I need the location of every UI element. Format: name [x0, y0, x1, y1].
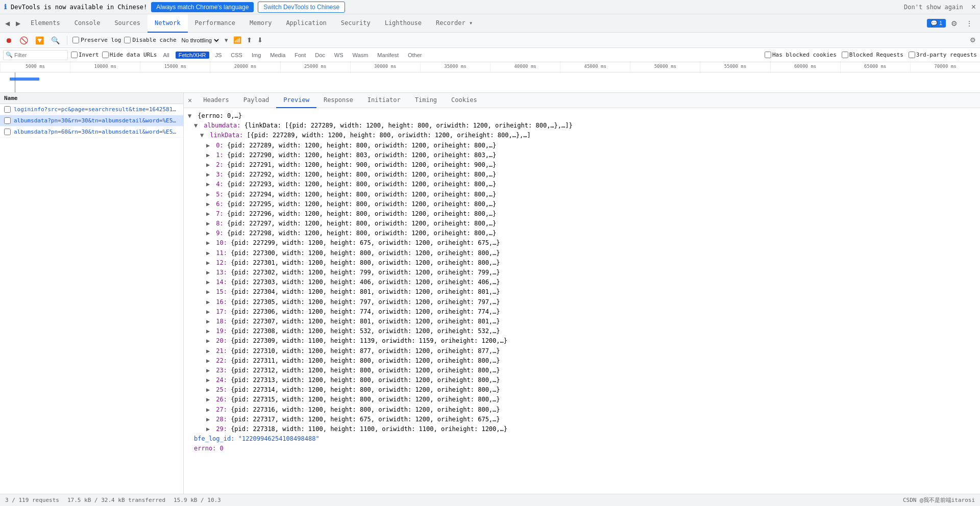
- blocked-reqs-checkbox[interactable]: [842, 52, 848, 58]
- preview-item[interactable]: ▶ 3: {pid: 227292, width: 1200, height: …: [188, 170, 976, 180]
- tab-timing[interactable]: Timing: [408, 93, 444, 108]
- tab-headers[interactable]: Headers: [196, 93, 236, 108]
- throttle-arrow[interactable]: ▾: [224, 35, 229, 45]
- close-notification-button[interactable]: ×: [971, 3, 976, 12]
- request-list-item[interactable]: albumsdata?pn=30&rn=30&tn=albumsdetail&w…: [0, 115, 183, 127]
- filter-manifest-button[interactable]: Manifest: [374, 52, 402, 59]
- preview-item[interactable]: ▶ 29: {pid: 227318, width: 1100, height:…: [188, 424, 976, 434]
- filter-css-button[interactable]: CSS: [228, 52, 246, 59]
- dismiss-text[interactable]: Don't show again: [904, 4, 963, 11]
- item-arrow[interactable]: ▶: [206, 238, 212, 248]
- item-arrow[interactable]: ▶: [206, 317, 212, 326]
- invert-checkbox[interactable]: [71, 52, 78, 58]
- linkdata-arrow[interactable]: ▼: [200, 131, 206, 140]
- wifi-icon[interactable]: 📶: [232, 35, 242, 45]
- more-icon[interactable]: ⋮: [963, 17, 976, 30]
- devtools-back-icon[interactable]: ◀: [2, 18, 13, 29]
- item-arrow[interactable]: ▶: [206, 375, 212, 385]
- clear-button[interactable]: 🚫: [17, 35, 30, 45]
- request-list[interactable]: logininfo?src=pc&page=searchresult&time=…: [0, 104, 183, 494]
- tab-cookies[interactable]: Cookies: [444, 93, 484, 108]
- request-list-item[interactable]: albumsdata?pn=60&rn=30&tn=albumsdetail&w…: [0, 127, 183, 138]
- preview-item[interactable]: ▶ 15: {pid: 227304, width: 1200, height:…: [188, 287, 976, 297]
- item-arrow[interactable]: ▶: [206, 141, 212, 150]
- albumdata-arrow[interactable]: ▼: [194, 121, 200, 131]
- tab-security[interactable]: Security: [334, 14, 378, 33]
- preview-item[interactable]: ▶ 0: {pid: 227289, width: 1200, height: …: [188, 141, 976, 150]
- item-arrow[interactable]: ▶: [206, 150, 212, 160]
- preview-item[interactable]: ▶ 22: {pid: 227311, width: 1200, height:…: [188, 356, 976, 366]
- filter-media-button[interactable]: Media: [267, 52, 288, 59]
- item-arrow[interactable]: ▶: [206, 356, 212, 366]
- item-arrow[interactable]: ▶: [206, 190, 212, 199]
- preview-item[interactable]: ▶ 8: {pid: 227297, width: 1200, height: …: [188, 219, 976, 229]
- preview-item[interactable]: ▶ 23: {pid: 227312, width: 1200, height:…: [188, 366, 976, 375]
- preview-item[interactable]: ▶ 27: {pid: 227316, width: 1200, height:…: [188, 405, 976, 415]
- third-party-checkbox[interactable]: [909, 52, 915, 58]
- preview-item[interactable]: ▶ 5: {pid: 227294, width: 1200, height: …: [188, 190, 976, 199]
- devtools-forward-icon[interactable]: ▶: [13, 18, 23, 29]
- req-checkbox[interactable]: [4, 117, 11, 124]
- tab-network[interactable]: Network: [148, 14, 188, 33]
- search-button[interactable]: 🔍: [49, 35, 62, 45]
- preview-item[interactable]: ▶ 13: {pid: 227302, width: 1200, height:…: [188, 268, 976, 277]
- item-arrow[interactable]: ▶: [206, 268, 212, 277]
- req-checkbox[interactable]: [4, 129, 11, 135]
- preview-item[interactable]: ▶ 14: {pid: 227303, width: 1200, height:…: [188, 277, 976, 287]
- preview-item[interactable]: ▶ 10: {pid: 227299, width: 1200, height:…: [188, 238, 976, 248]
- filter-input[interactable]: [14, 52, 65, 58]
- request-list-item[interactable]: logininfo?src=pc&page=searchresult&time=…: [0, 104, 183, 115]
- filter-fetch-xhr-button[interactable]: Fetch/XHR: [176, 52, 209, 59]
- tab-preview[interactable]: Preview: [276, 93, 316, 108]
- item-arrow[interactable]: ▶: [206, 258, 212, 268]
- tab-console[interactable]: Console: [67, 14, 108, 33]
- filter-font-button[interactable]: Font: [291, 52, 309, 59]
- preview-item[interactable]: ▶ 4: {pid: 227293, width: 1200, height: …: [188, 180, 976, 189]
- preview-item[interactable]: ▶ 11: {pid: 227300, width: 1200, height:…: [188, 248, 976, 258]
- tab-memory[interactable]: Memory: [242, 14, 279, 33]
- preview-item[interactable]: ▶ 2: {pid: 227291, width: 1200, height: …: [188, 160, 976, 170]
- preview-item[interactable]: ▶ 28: {pid: 227317, width: 1200, height:…: [188, 415, 976, 424]
- req-checkbox[interactable]: [4, 106, 11, 113]
- item-arrow[interactable]: ▶: [206, 424, 212, 434]
- item-arrow[interactable]: ▶: [206, 297, 212, 307]
- filter-doc-button[interactable]: Doc: [312, 52, 328, 59]
- item-arrow[interactable]: ▶: [206, 395, 212, 404]
- item-arrow[interactable]: ▶: [206, 405, 212, 415]
- tab-application[interactable]: Application: [279, 14, 333, 33]
- preview-item[interactable]: ▶ 16: {pid: 227305, width: 1200, height:…: [188, 297, 976, 307]
- preview-item[interactable]: ▶ 24: {pid: 227313, width: 1200, height:…: [188, 375, 976, 385]
- filter-img-button[interactable]: Img: [249, 52, 264, 59]
- preview-item[interactable]: ▶ 19: {pid: 227308, width: 1200, height:…: [188, 326, 976, 336]
- switch-devtools-button[interactable]: Switch DevTools to Chinese: [258, 2, 345, 13]
- item-arrow[interactable]: ▶: [206, 326, 212, 336]
- item-arrow[interactable]: ▶: [206, 307, 212, 317]
- preview-item[interactable]: ▶ 6: {pid: 227295, width: 1200, height: …: [188, 199, 976, 209]
- tab-initiator[interactable]: Initiator: [360, 93, 408, 108]
- preview-item[interactable]: ▶ 20: {pid: 227309, width: 1100, height:…: [188, 336, 976, 346]
- filter-ws-button[interactable]: WS: [331, 52, 347, 59]
- preview-item[interactable]: ▶ 12: {pid: 227301, width: 1200, height:…: [188, 258, 976, 268]
- hide-data-urls-checkbox[interactable]: [102, 52, 109, 58]
- item-arrow[interactable]: ▶: [206, 160, 212, 170]
- item-arrow[interactable]: ▶: [206, 219, 212, 229]
- preview-item[interactable]: ▶ 17: {pid: 227306, width: 1200, height:…: [188, 307, 976, 317]
- throttle-select[interactable]: No throttling: [180, 37, 220, 44]
- item-arrow[interactable]: ▶: [206, 248, 212, 258]
- has-blocked-checkbox[interactable]: [765, 52, 771, 58]
- settings-network-icon[interactable]: ⚙: [969, 35, 977, 45]
- tab-payload[interactable]: Payload: [236, 93, 277, 108]
- item-arrow[interactable]: ▶: [206, 287, 212, 297]
- chat-badge-button[interactable]: 💬 1: [927, 19, 946, 28]
- preview-item[interactable]: ▶ 26: {pid: 227315, width: 1200, height:…: [188, 395, 976, 404]
- record-button[interactable]: ⏺: [3, 35, 14, 45]
- preview-item[interactable]: ▶ 1: {pid: 227290, width: 1200, height: …: [188, 150, 976, 160]
- export-icon[interactable]: ⬇: [256, 35, 264, 45]
- preview-item[interactable]: ▶ 9: {pid: 227298, width: 1200, height: …: [188, 229, 976, 238]
- preview-item[interactable]: ▶ 21: {pid: 227310, width: 1200, height:…: [188, 346, 976, 356]
- tab-sources[interactable]: Sources: [107, 14, 148, 33]
- tab-lighthouse[interactable]: Lighthouse: [378, 14, 429, 33]
- preserve-log-checkbox[interactable]: [72, 37, 79, 43]
- filter-all-button[interactable]: All: [160, 52, 172, 59]
- filter-wasm-button[interactable]: Wasm: [350, 52, 372, 59]
